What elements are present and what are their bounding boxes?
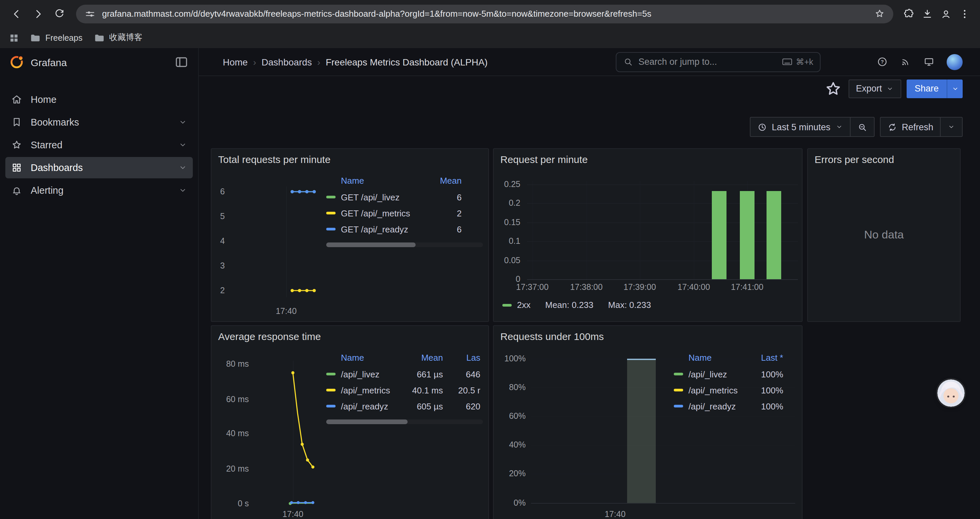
panel-total-requests-per-minute: Total requests per minute 6543217:40 Nam… xyxy=(211,148,489,322)
legend-value: 40.1 ms xyxy=(400,385,443,395)
sidebar-item-dashboards[interactable]: Dashboards xyxy=(5,157,193,178)
series-color-glyph xyxy=(326,228,336,230)
axis-tick: 0 s xyxy=(238,499,249,508)
bar-2xx[interactable] xyxy=(740,191,754,279)
gridline xyxy=(531,416,795,417)
panel-title[interactable]: Request per minute xyxy=(500,153,588,165)
legend-row[interactable]: /api/_metrics40.1 ms20.5 r xyxy=(326,382,483,398)
gridline xyxy=(527,222,798,223)
sidebar-item-alerting[interactable]: Alerting xyxy=(5,180,193,201)
search-input[interactable]: Search or jump to... ⌘+k xyxy=(616,52,821,72)
bar-2xx[interactable] xyxy=(767,191,781,279)
legend-value: 2 xyxy=(427,208,461,218)
bookmark-item[interactable]: Freeleaps xyxy=(29,32,83,44)
address-bar[interactable]: grafana.mathmast.com/d/deytv4rwavabkb/fr… xyxy=(76,4,893,23)
legend-row[interactable]: /api/_readyz605 µs620 xyxy=(326,398,483,414)
share-button[interactable]: Share xyxy=(907,79,947,98)
axis-tick: 17:37:00 xyxy=(516,283,548,292)
legend-row[interactable]: /api/_readyz100% xyxy=(674,398,797,414)
panel-requests-under-100ms: Requests under 100ms 100%80%60%40%20%0%1… xyxy=(493,325,803,519)
axis-tick: 40 ms xyxy=(226,429,249,438)
refresh-icon xyxy=(887,122,897,132)
reload-button[interactable] xyxy=(49,4,69,24)
legend-mean: Mean: 0.233 xyxy=(545,300,593,310)
time-range-picker[interactable]: Last 5 minutes xyxy=(750,117,851,137)
share-dropdown-icon[interactable] xyxy=(947,79,963,98)
panel-title[interactable]: Errors per second xyxy=(815,153,894,165)
display-icon[interactable] xyxy=(923,56,935,67)
legend-row[interactable]: GET /api/_livez6 xyxy=(326,189,483,205)
forward-button[interactable] xyxy=(28,4,48,24)
sidebar-item-bookmarks[interactable]: Bookmarks xyxy=(5,112,193,133)
legend-row[interactable]: /api/_livez661 µs646 xyxy=(326,366,483,382)
legend-row[interactable]: GET /api/_readyz6 xyxy=(326,221,483,237)
breadcrumb-item[interactable]: Dashboards xyxy=(261,56,312,67)
legend-header-col[interactable]: Mean xyxy=(427,175,461,185)
legend-series[interactable]: 2xx xyxy=(517,300,530,310)
axis-tick: 5 xyxy=(220,212,225,221)
bar-under-100ms[interactable] xyxy=(627,359,656,503)
legend-series-name: /api/_readyz xyxy=(341,401,395,411)
apps-grid-icon[interactable] xyxy=(8,32,20,44)
browser-menu-icon[interactable] xyxy=(959,8,970,20)
chart-plot[interactable]: 0.250.20.150.10.05017:37:0017:38:0017:39… xyxy=(494,149,802,321)
bookmark-items: Freeleaps收藏博客 xyxy=(29,32,142,44)
legend-header-name[interactable]: Name xyxy=(341,352,395,363)
legend-value: 620 xyxy=(448,401,480,411)
news-rss-icon[interactable] xyxy=(900,56,911,67)
dashboard-canvas: Last 5 minutes xyxy=(199,101,980,519)
zoom-out-button[interactable] xyxy=(850,117,874,137)
scrollbar-thumb[interactable] xyxy=(326,420,407,424)
assistant-avatar[interactable] xyxy=(937,379,965,407)
home-icon xyxy=(11,94,23,105)
scrollbar-thumb[interactable] xyxy=(326,243,415,247)
back-button[interactable] xyxy=(7,4,27,24)
legend-value: 6 xyxy=(427,192,461,202)
legend-series-name: /api/_metrics xyxy=(341,385,395,395)
refresh-interval-dropdown[interactable] xyxy=(941,117,963,137)
breadcrumb-item[interactable]: Home xyxy=(223,56,248,67)
gridline xyxy=(527,279,798,280)
legend-row[interactable]: GET /api/_metrics2 xyxy=(326,205,483,221)
export-button[interactable]: Export xyxy=(849,79,901,98)
user-avatar[interactable] xyxy=(947,54,963,70)
legend-scrollbar[interactable] xyxy=(326,243,483,247)
bar-2xx[interactable] xyxy=(712,191,727,279)
app-header: Home›Dashboards›Freeleaps Metrics Dashbo… xyxy=(199,48,980,76)
legend-header-name[interactable]: Name xyxy=(341,175,422,185)
bookmark-star-icon[interactable] xyxy=(874,8,885,19)
gridline xyxy=(640,181,640,279)
sidebar-item-home[interactable]: Home xyxy=(5,89,193,110)
extensions-icon[interactable] xyxy=(903,8,915,20)
legend-header-col[interactable]: Last * xyxy=(749,352,783,363)
favorite-star-icon[interactable] xyxy=(823,79,843,98)
refresh-button[interactable]: Refresh xyxy=(880,117,941,137)
bookmark-item[interactable]: 收藏博客 xyxy=(93,32,142,44)
panel-title[interactable]: Requests under 100ms xyxy=(500,331,604,342)
panel-title[interactable]: Total requests per minute xyxy=(218,153,331,165)
profile-icon[interactable] xyxy=(940,8,952,20)
legend-row[interactable]: /api/_livez100% xyxy=(674,366,797,382)
help-icon[interactable]: ? xyxy=(877,56,888,67)
gridline xyxy=(527,260,798,261)
legend-header-col[interactable]: Mean xyxy=(400,352,443,363)
grafana-logo[interactable] xyxy=(10,55,24,69)
legend: NameLast */api/_livez100%/api/_metrics10… xyxy=(674,350,797,414)
site-info-icon[interactable] xyxy=(84,8,96,20)
legend-scrollbar[interactable] xyxy=(326,420,483,424)
sidebar-menu: HomeBookmarksStarredDashboardsAlerting xyxy=(0,76,198,202)
panel-title[interactable]: Average response time xyxy=(218,331,321,342)
legend-header-col[interactable]: Las xyxy=(448,352,480,363)
dock-menu-icon[interactable] xyxy=(174,55,189,69)
no-data-message: No data xyxy=(808,149,960,321)
gridline xyxy=(694,181,694,279)
downloads-icon[interactable] xyxy=(921,8,933,20)
grafana-sidebar: Grafana HomeBookmarksStarredDashboardsAl… xyxy=(0,48,199,519)
sidebar-item-starred[interactable]: Starred xyxy=(5,134,193,156)
legend-max: Max: 0.233 xyxy=(608,300,651,310)
legend-header-name[interactable]: Name xyxy=(689,352,743,363)
axis-tick: 0.2 xyxy=(509,199,520,208)
brand-title: Grafana xyxy=(31,56,67,68)
legend-row[interactable]: /api/_metrics100% xyxy=(674,382,797,398)
legend-value: 605 µs xyxy=(400,401,443,411)
